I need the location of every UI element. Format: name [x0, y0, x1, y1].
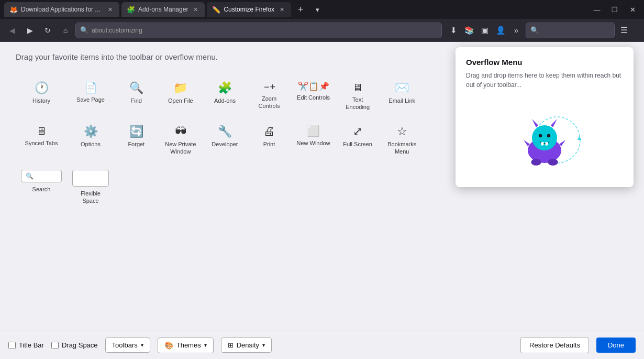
flexible-space-widget: [72, 170, 109, 187]
density-button[interactable]: ⊞ Density ▾: [221, 338, 272, 353]
home-button[interactable]: ⌂: [58, 23, 73, 38]
grid-item-options[interactable]: ⚙️ Options: [67, 117, 114, 162]
history-label: History: [32, 97, 50, 104]
open-file-icon: 📁: [173, 82, 187, 94]
search-label: Search: [32, 186, 51, 193]
full-screen-icon: ⤢: [353, 126, 362, 137]
grid-item-developer[interactable]: 🔧 Developer: [203, 117, 247, 162]
options-label: Options: [81, 140, 101, 148]
tab-addons[interactable]: 🧩 Add-ons Manager ✕: [121, 2, 205, 17]
minimize-button[interactable]: —: [590, 2, 604, 17]
print-label: Print: [263, 140, 275, 148]
text-encoding-label: Text Encoding: [341, 96, 375, 111]
maximize-button[interactable]: ❐: [607, 2, 622, 17]
title-bar-checkbox-input[interactable]: [8, 342, 16, 349]
close-button[interactable]: ✕: [625, 2, 640, 17]
tab-list-button[interactable]: ▾: [310, 2, 325, 17]
toolbar-icons: ⬇ 📚 ▣ 👤 »: [446, 23, 524, 38]
back-button[interactable]: ◀: [4, 23, 20, 38]
done-button[interactable]: Done: [596, 338, 636, 353]
toolbars-label: Toolbars: [112, 341, 138, 349]
tab-close-addons[interactable]: ✕: [191, 5, 199, 14]
search-bar-icon: 🔍: [530, 26, 539, 34]
tab-close-customize[interactable]: ✕: [277, 5, 286, 14]
themes-button[interactable]: 🎨 Themes ▾: [158, 338, 214, 353]
tab-favicon-addons: 🧩: [127, 6, 135, 14]
grid-item-forget[interactable]: 🔄 Forget: [114, 117, 159, 162]
new-window-label: New Window: [296, 139, 330, 147]
add-ons-icon: 🧩: [218, 82, 232, 94]
synced-tabs-label: Synced Tabs: [25, 139, 58, 147]
reload-button[interactable]: ↻: [40, 23, 55, 38]
themes-chevron-icon: ▾: [204, 342, 207, 348]
search-widget: 🔍: [21, 170, 62, 182]
history-icon: 🕐: [35, 82, 49, 94]
toolbars-button[interactable]: Toolbars ▾: [105, 338, 150, 353]
restore-defaults-button[interactable]: Restore Defaults: [520, 337, 589, 353]
overflow-menu-panel: Overflow Menu Drag and drop items here t…: [456, 47, 634, 187]
grid-item-search[interactable]: 🔍 Search: [16, 161, 67, 211]
grid-item-add-ons[interactable]: 🧩 Add-ons: [203, 74, 247, 117]
text-encoding-icon: 🖥: [352, 82, 363, 93]
overflow-mascot-area: [466, 98, 623, 177]
grid-item-print[interactable]: 🖨 Print: [247, 117, 292, 162]
drag-space-label: Drag Space: [62, 341, 98, 349]
svg-point-3: [539, 134, 542, 137]
account-button[interactable]: 👤: [493, 23, 508, 38]
firefox-mascot-svg: [503, 108, 586, 171]
grid-item-find[interactable]: 🔍 Find: [114, 74, 159, 117]
search-bar-right[interactable]: 🔍: [526, 23, 615, 38]
grid-item-email-link[interactable]: ✉️ Email Link: [380, 74, 424, 117]
themes-icon: 🎨: [164, 341, 173, 350]
grid-item-edit-controls[interactable]: ✂️📋📌 Edit Controls: [291, 74, 336, 117]
title-bar-label: Title Bar: [19, 341, 44, 349]
navigation-toolbar: ◀ ▶ ↻ ⌂ 🔍 about:customizing ⬇ 📚 ▣ 👤 » 🔍 …: [0, 19, 644, 42]
download-button[interactable]: ⬇: [446, 23, 461, 38]
options-icon: ⚙️: [84, 126, 98, 137]
grid-item-full-screen[interactable]: ⤢ Full Screen: [336, 117, 380, 162]
new-private-window-icon: 🕶: [175, 126, 186, 137]
grid-item-bookmarks-menu[interactable]: ☆ Bookmarks Menu: [380, 117, 424, 162]
add-ons-label: Add-ons: [214, 97, 236, 104]
main-content: Drag your favorite items into the toolba…: [0, 42, 644, 331]
grid-item-new-private-window[interactable]: 🕶 New Private Window: [159, 117, 203, 162]
toolbar-items-grid: 🕐 History 📄 Save Page 🔍 Find 📁 Open File…: [16, 74, 424, 211]
title-bar-checkbox[interactable]: Title Bar: [8, 341, 44, 349]
grid-item-text-encoding[interactable]: 🖥 Text Encoding: [336, 74, 380, 117]
new-tab-button[interactable]: +: [293, 2, 308, 17]
grid-item-save-page[interactable]: 📄 Save Page: [67, 74, 114, 117]
edit-controls-label: Edit Controls: [297, 94, 330, 101]
grid-item-new-window[interactable]: ⬜ New Window: [291, 117, 336, 162]
grid-item-flexible-space[interactable]: Flexible Space: [67, 161, 114, 211]
library-button[interactable]: 📚: [462, 23, 476, 38]
grid-item-open-file[interactable]: 📁 Open File: [159, 74, 203, 117]
density-icon: ⊞: [228, 341, 234, 349]
print-icon: 🖨: [263, 126, 275, 137]
zoom-controls-icon: − +: [264, 82, 274, 92]
grid-item-history[interactable]: 🕐 History: [16, 74, 67, 117]
drag-space-checkbox-input[interactable]: [51, 342, 59, 349]
hamburger-menu-button[interactable]: ☰: [617, 23, 631, 38]
email-link-label: Email Link: [388, 97, 415, 104]
overflow-menu-title: Overflow Menu: [466, 58, 623, 67]
svg-rect-5: [541, 142, 544, 145]
edit-controls-icon: ✂️📋📌: [298, 82, 329, 91]
overflow-button[interactable]: »: [509, 23, 524, 38]
find-icon: 🔍: [129, 82, 143, 94]
sidebar-button[interactable]: ▣: [478, 23, 492, 38]
bookmarks-menu-label: Bookmarks Menu: [385, 140, 419, 156]
window-controls: — ❐ ✕: [590, 2, 640, 17]
new-private-window-label: New Private Window: [164, 140, 198, 156]
tab-customize[interactable]: ✏️ Customize Firefox ✕: [207, 2, 291, 17]
grid-item-zoom-controls[interactable]: − + Zoom Controls: [247, 74, 292, 117]
open-file-label: Open File: [168, 97, 193, 104]
synced-tabs-icon: 🖥: [36, 126, 47, 136]
forward-button[interactable]: ▶: [22, 23, 38, 38]
tab-label-customize: Customize Firefox: [224, 6, 274, 13]
full-screen-label: Full Screen: [343, 140, 372, 148]
tab-download[interactable]: 🦊 Download Applications for An... ✕: [4, 2, 119, 17]
drag-space-checkbox[interactable]: Drag Space: [51, 341, 98, 349]
tab-close-download[interactable]: ✕: [106, 5, 114, 14]
grid-item-synced-tabs[interactable]: 🖥 Synced Tabs: [16, 117, 67, 162]
url-bar[interactable]: 🔍 about:customizing: [75, 23, 442, 38]
